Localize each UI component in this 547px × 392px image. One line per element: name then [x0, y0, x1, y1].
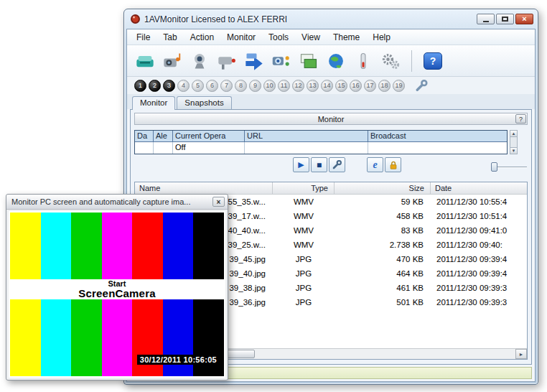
channel-button-8[interactable]: 8	[235, 80, 247, 92]
file-size: 59 KB	[335, 197, 431, 206]
channel-button-11[interactable]: 11	[278, 80, 290, 92]
menu-view[interactable]: View	[295, 30, 327, 45]
stop-button[interactable]: ■	[311, 157, 327, 172]
channel-button-10[interactable]: 10	[263, 80, 276, 92]
file-size: 458 KB	[335, 212, 431, 220]
file-date: 2011/12/30 09:39:4	[431, 255, 527, 263]
globe-icon[interactable]	[324, 48, 348, 74]
file-size: 470 KB	[335, 255, 431, 263]
level-slider[interactable]	[491, 160, 528, 173]
file-transfer-icon[interactable]	[242, 48, 266, 74]
preview-timestamp: 30/12/2011 10:56:05	[137, 355, 220, 365]
channel-button-15[interactable]: 15	[335, 80, 347, 92]
panel-help-button[interactable]: ?	[515, 114, 526, 123]
capture-device-icon[interactable]	[133, 48, 157, 74]
browser-button[interactable]: e	[367, 157, 383, 172]
channel-button-5[interactable]: 5	[192, 80, 204, 92]
layers-icon[interactable]	[296, 48, 321, 74]
menu-tools[interactable]: Tools	[262, 30, 295, 45]
preview-window: Monitor PC screen and automatically capt…	[6, 194, 228, 381]
channel-button-18[interactable]: 18	[378, 80, 391, 92]
col-header-date[interactable]: Da	[135, 131, 154, 142]
gauge-icon[interactable]	[351, 48, 375, 74]
channel-row: 1 2 3 4 5 6 7 8 9 10 11 12 13 14 15 16 1…	[127, 77, 535, 94]
file-list-header: Name Type Size Date	[135, 182, 527, 195]
preview-titlebar[interactable]: Monitor PC screen and automatically capt…	[6, 195, 228, 210]
channel-button-1[interactable]: 1	[134, 80, 146, 92]
file-type: JPG	[273, 269, 335, 278]
preview-close-button[interactable]: ×	[212, 197, 225, 207]
tab-snapshots[interactable]: Snapshots	[177, 96, 231, 109]
channel-button-7[interactable]: 7	[220, 80, 233, 92]
col-header-name[interactable]: Name	[135, 182, 273, 194]
tab-monitor[interactable]: Monitor	[132, 96, 175, 110]
play-button[interactable]: ▶	[293, 157, 309, 172]
file-date: 2011/12/30 09:41:0	[431, 226, 527, 235]
channel-button-3[interactable]: 3	[163, 80, 175, 92]
channel-button-4[interactable]: 4	[177, 80, 190, 92]
menu-action[interactable]: Action	[184, 30, 220, 45]
file-size: 2.738 KB	[335, 241, 431, 249]
file-date: 2011/12/30 09:39:3	[431, 284, 527, 292]
window-title: 1AVMonitor Licensed to ALEX FERRI	[144, 14, 287, 24]
close-button[interactable]: ×	[515, 14, 533, 24]
panel-header: Monitor ?	[134, 113, 528, 125]
surveillance-camera-icon[interactable]	[215, 48, 239, 74]
maximize-button[interactable]	[496, 14, 514, 24]
menu-file[interactable]: File	[130, 30, 156, 45]
col-header-current-operation[interactable]: Current Opera	[173, 131, 245, 142]
status-grid-row[interactable]: Off	[135, 142, 507, 154]
status-grid: Da Ale Current Opera URL Broadcast Off	[134, 130, 508, 154]
file-date: 2011/12/30 10:51:4	[431, 212, 527, 220]
help-icon[interactable]: ?	[421, 48, 445, 74]
channel-button-12[interactable]: 12	[292, 80, 304, 92]
col-header-size[interactable]: Size	[335, 182, 431, 194]
channel-button-2[interactable]: 2	[149, 80, 161, 92]
status-grid-scrollbar[interactable]: ▲ ▼	[510, 130, 518, 154]
webcam-icon[interactable]	[187, 48, 212, 74]
slider-handle[interactable]	[491, 162, 497, 172]
lock-button[interactable]	[385, 157, 401, 172]
menu-help[interactable]: Help	[366, 30, 397, 45]
col-header-broadcast[interactable]: Broadcast	[368, 131, 507, 142]
minimize-button[interactable]	[477, 14, 495, 24]
scroll-right-icon[interactable]: ►	[515, 349, 527, 359]
channel-button-6[interactable]: 6	[206, 80, 218, 92]
settings-wrench-button[interactable]	[329, 157, 345, 172]
lock-icon	[388, 160, 398, 170]
file-size: 464 KB	[335, 269, 431, 278]
col-header-type[interactable]: Type	[273, 182, 335, 194]
desktop: 1AVMonitor Licensed to ALEX FERRI × File…	[0, 0, 547, 392]
minimize-icon	[483, 21, 489, 22]
preview-title: Monitor PC screen and automatically capt…	[11, 197, 212, 206]
channel-button-14[interactable]: 14	[321, 80, 333, 92]
gears-icon[interactable]	[378, 48, 403, 74]
col-header-date[interactable]: Date	[431, 182, 527, 194]
caption-screencamera: ScreenCamera	[78, 288, 155, 299]
internet-explorer-icon: e	[373, 160, 377, 170]
app-icon	[130, 14, 141, 24]
channel-settings-wrench-icon[interactable]	[414, 78, 430, 93]
broadcast-camera-icon[interactable]	[269, 48, 294, 74]
stop-icon: ■	[317, 161, 322, 169]
col-header-url[interactable]: URL	[245, 131, 368, 142]
scroll-down-icon[interactable]: ▼	[510, 147, 517, 154]
tab-strip: Monitor Snapshots	[127, 94, 535, 109]
channel-button-9[interactable]: 9	[249, 80, 261, 92]
camera-audio-icon[interactable]	[160, 48, 184, 74]
main-titlebar[interactable]: 1AVMonitor Licensed to ALEX FERRI ×	[124, 9, 538, 29]
file-type: WMV	[273, 212, 335, 220]
channel-button-19[interactable]: 19	[393, 80, 405, 92]
scroll-up-icon[interactable]: ▲	[510, 131, 517, 137]
channel-button-13[interactable]: 13	[307, 80, 319, 92]
file-size: 501 KB	[335, 298, 431, 307]
menu-theme[interactable]: Theme	[327, 30, 366, 45]
file-date: 2011/12/30 10:55:4	[431, 197, 527, 206]
col-header-alert[interactable]: Ale	[154, 131, 173, 142]
channel-button-17[interactable]: 17	[364, 80, 376, 92]
panel-title: Monitor	[318, 115, 345, 123]
channel-button-16[interactable]: 16	[350, 80, 362, 92]
menu-monitor[interactable]: Monitor	[220, 30, 262, 45]
wrench-icon	[332, 160, 342, 169]
menu-tab[interactable]: Tab	[156, 30, 183, 45]
